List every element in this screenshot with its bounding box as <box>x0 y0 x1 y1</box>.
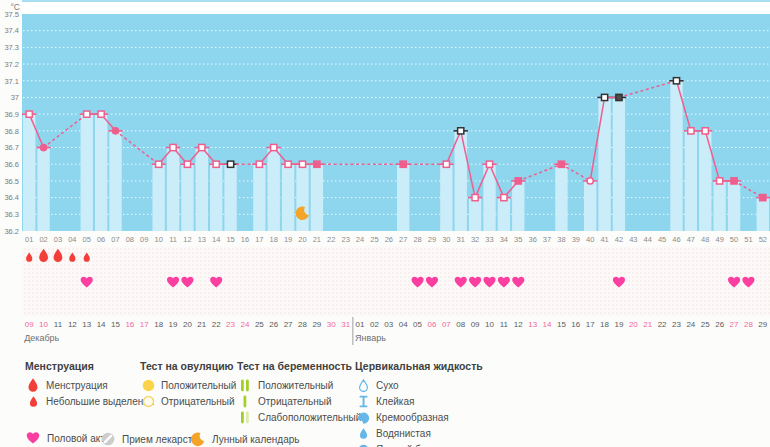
cycle-day-label: 14 <box>212 235 220 244</box>
temp-point[interactable] <box>558 161 564 167</box>
temp-point[interactable] <box>227 161 233 167</box>
day-temp-bar[interactable] <box>555 164 567 231</box>
temp-point[interactable] <box>40 144 46 150</box>
temp-point[interactable] <box>84 111 90 117</box>
temp-point[interactable] <box>314 161 320 167</box>
day-temp-bar[interactable] <box>713 181 725 231</box>
temp-point[interactable] <box>26 111 32 117</box>
cycle-day-label: 06 <box>97 235 105 244</box>
day-temp-bar[interactable] <box>253 164 265 231</box>
temp-point[interactable] <box>760 195 766 201</box>
temp-point[interactable] <box>156 161 162 167</box>
cycle-day-label: 36 <box>528 235 536 244</box>
temp-point[interactable] <box>170 144 176 150</box>
day-temp-bar[interactable] <box>728 181 740 231</box>
legend-group-title: Менструация <box>25 360 154 372</box>
day-temp-bar[interactable] <box>440 164 452 231</box>
day-temp-bar[interactable] <box>296 164 308 231</box>
temp-point[interactable] <box>616 94 622 100</box>
day-temp-bar[interactable] <box>109 131 121 231</box>
ovulation-positive-icon <box>140 379 156 392</box>
plot-area <box>22 14 770 231</box>
day-temp-bar[interactable] <box>37 148 49 231</box>
calendar-date-label: 08 <box>456 320 465 329</box>
day-temp-bar[interactable] <box>498 198 510 231</box>
legend-item: Положительный <box>237 377 361 393</box>
day-temp-bar[interactable] <box>268 148 280 231</box>
legend-item-label: Отрицательный <box>258 396 332 407</box>
calendar-date-label: 17 <box>140 320 149 329</box>
temp-point[interactable] <box>98 111 104 117</box>
calendar-date-label: 30 <box>327 320 336 329</box>
y-tick-label: 37.5 <box>4 10 19 19</box>
cycle-day-label: 19 <box>284 235 292 244</box>
month-label: Декабрь <box>24 333 59 343</box>
calendar-date-label: 21 <box>197 320 206 329</box>
temp-point[interactable] <box>486 161 492 167</box>
temp-point[interactable] <box>688 128 694 134</box>
temp-point[interactable] <box>515 178 521 184</box>
legend-footer-item: Половой акт <box>25 432 105 444</box>
calendar-date-label: 09 <box>25 320 34 329</box>
cycle-day-label: 41 <box>600 235 608 244</box>
day-temp-bar[interactable] <box>23 114 35 231</box>
temp-point[interactable] <box>443 161 449 167</box>
cycle-day-label: 29 <box>428 235 436 244</box>
legend-footer-label: Лунный календарь <box>212 434 300 445</box>
calendar-date-label: 16 <box>571 320 580 329</box>
temp-point[interactable] <box>702 128 708 134</box>
legend-item: Слабоположительный <box>237 409 361 425</box>
day-temp-bar[interactable] <box>512 181 524 231</box>
temp-point[interactable] <box>285 161 291 167</box>
temp-point[interactable] <box>673 78 679 84</box>
temp-point[interactable] <box>587 178 593 184</box>
menstruation-drop-small-icon <box>25 396 41 407</box>
calendar-date-label: 14 <box>97 320 106 329</box>
legend-item-label: Небольшие выделения <box>46 396 154 407</box>
calendar-date-label: 29 <box>758 320 767 329</box>
temp-point[interactable] <box>400 161 406 167</box>
temp-point[interactable] <box>299 161 305 167</box>
day-temp-bar[interactable] <box>210 164 222 231</box>
temp-point[interactable] <box>601 94 607 100</box>
day-temp-bar[interactable] <box>685 131 697 231</box>
day-temp-bar[interactable] <box>598 97 610 231</box>
temp-point[interactable] <box>731 178 737 184</box>
day-temp-bar[interactable] <box>311 164 323 231</box>
temp-point[interactable] <box>199 144 205 150</box>
legend-item-label: Клейкая <box>376 396 414 407</box>
calendar-date-label: 21 <box>643 320 652 329</box>
temp-point[interactable] <box>501 195 507 201</box>
legend-item-label: Кремообразная <box>376 412 449 423</box>
day-temp-bar[interactable] <box>152 164 164 231</box>
calendar-date-label: 26 <box>269 320 278 329</box>
temp-point[interactable] <box>271 144 277 150</box>
day-temp-bar[interactable] <box>670 81 682 231</box>
temp-point[interactable] <box>256 161 262 167</box>
legend-group: Тест на овуляциюПоложительныйОтрицательн… <box>140 360 236 409</box>
day-temp-bar[interactable] <box>224 164 236 231</box>
cycle-day-label: 28 <box>413 235 421 244</box>
day-temp-bar[interactable] <box>282 164 294 231</box>
temp-point[interactable] <box>213 161 219 167</box>
day-temp-bar[interactable] <box>455 131 467 231</box>
day-temp-bar[interactable] <box>469 198 481 231</box>
day-temp-bar[interactable] <box>584 181 596 231</box>
day-temp-bar[interactable] <box>81 114 93 231</box>
calendar-date-label: 15 <box>111 320 120 329</box>
day-temp-bar[interactable] <box>167 148 179 231</box>
temp-point[interactable] <box>184 161 190 167</box>
calendar-date-label: 11 <box>54 320 63 329</box>
day-temp-bar[interactable] <box>613 97 625 231</box>
temp-point[interactable] <box>112 128 118 134</box>
y-tick-label: 36.5 <box>4 177 19 186</box>
day-temp-bar[interactable] <box>397 164 409 231</box>
day-temp-bar[interactable] <box>196 148 208 231</box>
temp-point[interactable] <box>458 128 464 134</box>
day-temp-bar[interactable] <box>757 198 769 231</box>
day-temp-bar[interactable] <box>181 164 193 231</box>
legend-group-title: Тест на овуляцию <box>140 360 236 372</box>
temp-point[interactable] <box>472 195 478 201</box>
temp-point[interactable] <box>717 178 723 184</box>
day-temp-bar[interactable] <box>95 114 107 231</box>
